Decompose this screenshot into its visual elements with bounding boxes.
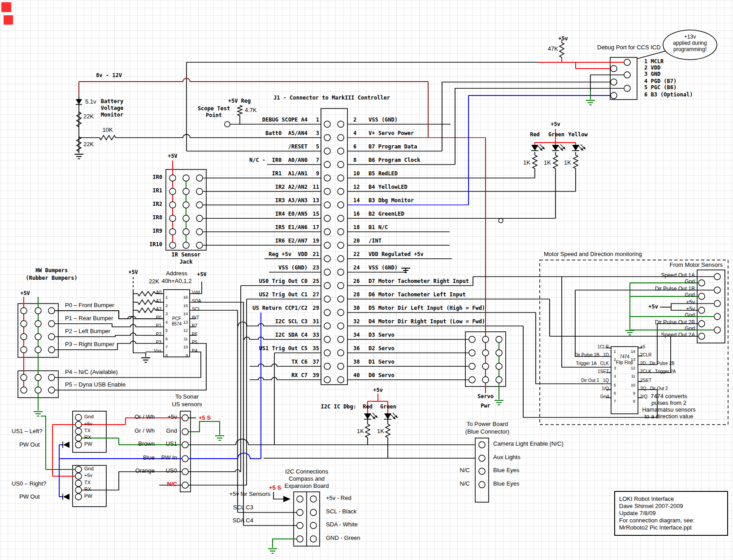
j1-right-pin-label: D6 Motor Tachometer Left Input (369, 292, 466, 297)
connector-pin (324, 269, 330, 275)
pcf-pin-number: 12 (183, 329, 188, 333)
us1-label: US1 – Left? (12, 428, 43, 434)
motor-pin-label: +5v (686, 306, 695, 312)
connector-pin (196, 229, 203, 235)
pcf-pin-number: 2 (165, 304, 168, 308)
j1-right-pin-number: 36 (353, 346, 360, 351)
connector-pin (624, 59, 630, 65)
arrow-right (283, 496, 291, 502)
j1-left-pin-label: US2 Trig Out C1 (259, 292, 308, 297)
connector-pin (714, 287, 720, 293)
pcf-pin-number: 4 (165, 321, 168, 325)
connector-pin (338, 323, 344, 329)
nc-label: N/C (460, 481, 470, 486)
power-board-row-label: Camera Light Enable (N/C) (493, 441, 564, 447)
j1-left-pin-number: 3 (316, 130, 319, 136)
connector-pin (21, 308, 27, 314)
wire (273, 492, 283, 499)
ff-pin-label: 2/Q (640, 395, 647, 399)
connector-pin (169, 175, 176, 181)
motor-pin-label: Gnd (685, 292, 695, 298)
connector-pin (183, 188, 189, 195)
pcf-pin-number: 1 (165, 295, 168, 300)
ff-note-text: pulses from 2 (651, 400, 686, 406)
debug-port-pin-label: 5 PGC (B6) (644, 85, 677, 90)
connector-pin (611, 79, 617, 85)
supply-5v-label: +5v (551, 122, 560, 127)
ir-jack-row-label: IR2 (152, 201, 162, 207)
connector-pin (324, 188, 330, 195)
ff-pin-number: 10 (631, 383, 635, 387)
stray-pad (499, 218, 503, 223)
connector-pin (324, 135, 330, 141)
resistor-value: 10K (102, 127, 113, 133)
connector-pin (338, 229, 344, 235)
ff-pin-number: 14 (631, 350, 635, 354)
j1-right-pin-label: B4 YellowLED (369, 184, 408, 190)
j1-right-pin-label: D2 Servo (369, 346, 395, 351)
connector-pin (479, 455, 485, 461)
connector-pin (75, 435, 82, 441)
ff-pin-label: 2CLR (640, 353, 652, 357)
led-name-label: Red (363, 404, 373, 409)
connector-pin (714, 300, 720, 307)
connector-pin (624, 72, 630, 78)
connector-pin (698, 280, 705, 286)
pcf-pin-name: SCL (192, 307, 200, 312)
debug-port-pin-label: 6 B3 (Optional) (644, 92, 693, 97)
pcf-pin-number: 6 (165, 337, 168, 341)
j1-right-pin-number: 20 (353, 238, 360, 243)
j1-left-pin-number: 19 (313, 238, 319, 243)
supply-5v-label: +5v (558, 36, 568, 41)
power-board-row-label: Blue Eyes (493, 481, 520, 486)
power-board-title: (Blue Connector) (465, 429, 509, 434)
motor-sensors-title: From Motor Sensors (670, 262, 723, 268)
us-pin-label: PW (84, 494, 92, 499)
j1-left-pin-label: VSS (GND) (278, 265, 308, 270)
pcf-pin-name: Vdd (192, 291, 200, 295)
connector-pin (469, 336, 475, 343)
resistor (138, 300, 156, 304)
connector-pin (182, 482, 188, 488)
connector-pin (338, 135, 344, 141)
motor-pin-label: Gnd (685, 279, 695, 284)
connector-pin (324, 175, 330, 181)
connector-pin (75, 466, 82, 473)
pcf-pin-name: P2 (156, 332, 161, 337)
us-pin-label: RX (84, 435, 91, 440)
connector-pin (324, 229, 330, 235)
connector-pin (496, 336, 502, 343)
resistor (365, 424, 370, 438)
j1-right-pin-label: B2 GreenLED (369, 211, 404, 217)
bumper-pin-label: P0 – Front Bumper (65, 302, 114, 308)
scope-test-point-label: Scope Test (198, 106, 230, 111)
ff-pin-label: 2Q Dir Out 2 (640, 386, 668, 391)
schematic-canvas: 8v - 12VBatteryVoltageMonitor5.1v22K22K1… (0, 0, 733, 560)
pcf-pin-number: 14 (183, 312, 188, 316)
j1-left-pin-label: DEBUG SCOPE A4 (262, 117, 308, 122)
j1-left-pin-number: 37 (313, 359, 319, 365)
connector-pin (482, 336, 489, 343)
connector-pin (698, 293, 705, 300)
resistor-value: 1K (357, 428, 364, 434)
connector-pin (611, 92, 617, 99)
ff-pin-label: Dir Pulse 1B 1D (574, 353, 609, 357)
pcf-pin-name: A2 (156, 307, 161, 312)
connector-pin (324, 256, 330, 262)
resistor (77, 112, 81, 127)
ground-symbol (494, 400, 503, 405)
resistor-value: 22K (83, 113, 94, 119)
connector-pin (324, 296, 330, 302)
j1-left-pin-number: 17 (313, 225, 319, 230)
connector-pin (182, 456, 188, 462)
diode-symbol (63, 494, 69, 500)
connector-pin (324, 161, 330, 168)
connector-pin (324, 215, 330, 221)
ff-pin-number: 1 (614, 350, 616, 354)
connector-pin (183, 175, 189, 181)
j1-left-pin-label: US Return CCP1/C2 (252, 305, 308, 311)
ff-pin-number: 6 (614, 391, 616, 395)
info-line: LOKI Robot Interface (619, 495, 723, 503)
resistor (553, 155, 558, 169)
connector-pin (297, 509, 303, 516)
